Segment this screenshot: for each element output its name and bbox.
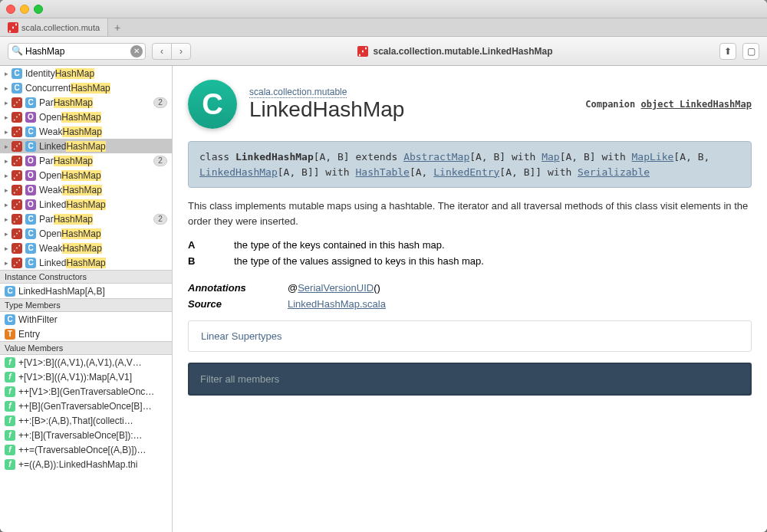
sidebar-item-label: OpenHashMap	[39, 112, 101, 123]
count-badge: 2	[153, 97, 167, 108]
zoom-button[interactable]	[34, 5, 43, 14]
sidebar-item-label: WeakHashMap	[39, 185, 102, 195]
close-button[interactable]	[6, 5, 15, 14]
sidebar-item-label: +[V1>:B]((A,V1)):Map[A,V1]	[18, 372, 132, 383]
sidebar-item[interactable]: ▸⋰CWeakHashMap	[0, 241, 172, 255]
sidebar-item[interactable]: ▸⋰COpenHashMap	[0, 226, 172, 241]
sidebar-item[interactable]: CWithFilter	[0, 312, 172, 327]
reader-button[interactable]: ▢	[742, 43, 759, 60]
scala-icon: ⋰	[12, 156, 22, 166]
sidebar-item[interactable]: ▸⋰CLinkedHashMap	[0, 255, 172, 270]
back-button[interactable]: ‹	[152, 43, 172, 60]
address-bar[interactable]: ⋰ scala.collection.mutable.LinkedHashMap	[197, 46, 713, 57]
o-kind-icon: O	[25, 156, 36, 166]
annotation-link[interactable]: SerialVersionUID	[298, 282, 374, 294]
tab-title: scala.collection.muta	[21, 23, 100, 32]
sidebar-item[interactable]: TEntry	[0, 327, 172, 341]
filter-input[interactable]	[189, 364, 750, 394]
scala-icon: ⋰	[12, 97, 22, 108]
sidebar-item[interactable]: ▸CConcurrentHashMap	[0, 80, 172, 95]
tab-bar: ⋰ scala.collection.muta +	[0, 18, 767, 37]
scala-icon: ⋰	[12, 126, 22, 137]
sidebar-item[interactable]: ▸⋰OOpenHashMap	[0, 168, 172, 182]
tab-current[interactable]: ⋰ scala.collection.muta	[0, 18, 108, 36]
method-icon: f	[5, 415, 15, 426]
source-link[interactable]: LinkedHashMap.scala	[288, 298, 386, 310]
content: C scala.collection.mutable LinkedHashMap…	[173, 66, 767, 532]
method-icon: f	[5, 430, 15, 441]
disclosure-icon[interactable]: ▸	[5, 259, 8, 267]
sidebar-item[interactable]: f++:[B](TraversableOnce[B]):…	[0, 428, 172, 442]
disclosure-icon[interactable]: ▸	[5, 84, 8, 92]
type-params: Athe type of the keys contained in this …	[188, 239, 752, 267]
new-tab-button[interactable]: +	[108, 18, 127, 36]
scala-icon: ⋰	[12, 112, 22, 123]
sidebar-item[interactable]: ▸⋰OLinkedHashMap	[0, 197, 172, 212]
sidebar-item-label: IdentityHashMap	[25, 68, 94, 79]
sidebar-item-label: ParHashMap	[39, 97, 93, 108]
signature: class LinkedHashMap[A, B] extends Abstra…	[188, 141, 752, 188]
companion-link[interactable]: Companion object LinkedHashMap	[585, 99, 752, 110]
titlebar	[0, 0, 767, 18]
linear-supertypes[interactable]: Linear Supertypes	[188, 320, 752, 352]
c-kind-icon: C	[12, 83, 22, 94]
sidebar-item[interactable]: f+[V1>:B]((A,V1)):Map[A,V1]	[0, 369, 172, 384]
sidebar-item[interactable]: f+=((A,B)):LinkedHashMap.thi	[0, 457, 172, 471]
search-input[interactable]	[8, 43, 146, 60]
sidebar-item-label: ++[B](GenTraversableOnce[B]…	[18, 401, 152, 412]
search-icon: 🔍	[12, 45, 23, 56]
sidebar-item-label: WeakHashMap	[39, 126, 102, 137]
forward-button[interactable]: ›	[171, 43, 191, 60]
disclosure-icon[interactable]: ▸	[5, 245, 8, 252]
scala-icon: ⋰	[8, 22, 18, 33]
disclosure-icon[interactable]: ▸	[5, 186, 8, 194]
sidebar-item[interactable]: f++[V1>:B](GenTraversableOnc…	[0, 384, 172, 399]
sidebar-item[interactable]: ▸⋰OWeakHashMap	[0, 182, 172, 197]
disclosure-icon[interactable]: ▸	[5, 157, 8, 165]
sidebar-item-label: ++:[B>:(A,B),That](collecti…	[18, 415, 133, 426]
sidebar-item[interactable]: CLinkedHashMap[A,B]	[0, 284, 172, 298]
sidebar-item[interactable]: f++=(TraversableOnce[(A,B)])…	[0, 442, 172, 457]
share-button[interactable]: ⬆	[719, 43, 736, 60]
disclosure-icon[interactable]: ▸	[5, 99, 8, 107]
disclosure-icon[interactable]: ▸	[5, 215, 8, 223]
sidebar-item[interactable]: ▸⋰CLinkedHashMap	[0, 139, 172, 153]
addr-text: scala.collection.mutable.LinkedHashMap	[373, 46, 552, 57]
sidebar-item[interactable]: ▸⋰OParHashMap2	[0, 153, 172, 168]
sidebar-item[interactable]: ▸⋰CParHashMap2	[0, 95, 172, 110]
disclosure-icon[interactable]: ▸	[5, 70, 8, 77]
description: This class implements mutable maps using…	[188, 199, 752, 228]
page-title: LinkedHashMap	[249, 97, 404, 122]
minimize-button[interactable]	[20, 5, 29, 14]
disclosure-icon[interactable]: ▸	[5, 172, 8, 179]
sidebar-item[interactable]: ▸⋰CParHashMap2	[0, 212, 172, 226]
sidebar-item-label: WithFilter	[18, 314, 58, 325]
sidebar-item[interactable]: f+[V1>:B]((A,V1),(A,V1),(A,V…	[0, 355, 172, 369]
disclosure-icon[interactable]: ▸	[5, 143, 8, 150]
c-kind-icon: C	[25, 228, 36, 239]
disclosure-icon[interactable]: ▸	[5, 201, 8, 209]
sidebar-item-label: OpenHashMap	[39, 228, 101, 239]
sidebar-item-label: ++=(TraversableOnce[(A,B)])…	[18, 445, 146, 455]
sidebar-item-label: +=((A,B)):LinkedHashMap.thi	[18, 459, 137, 470]
disclosure-icon[interactable]: ▸	[5, 230, 8, 238]
c-kind-icon: C	[5, 286, 15, 297]
sidebar-item-label: LinkedHashMap	[39, 258, 106, 268]
scala-icon: ⋰	[12, 228, 22, 239]
disclosure-icon[interactable]: ▸	[5, 128, 8, 136]
breadcrumb[interactable]: scala.collection.mutable	[249, 87, 404, 97]
c-kind-icon: C	[25, 214, 36, 225]
sidebar-item-label: OpenHashMap	[39, 170, 101, 181]
metadata: Annotations@SerialVersionUID() SourceLin…	[188, 282, 752, 310]
disclosure-icon[interactable]: ▸	[5, 113, 8, 121]
sidebar-item[interactable]: ▸⋰CWeakHashMap	[0, 124, 172, 139]
scala-icon: ⋰	[12, 141, 22, 152]
clear-search-button[interactable]: ✕	[130, 45, 143, 57]
sidebar-section-header: Type Members	[0, 298, 172, 312]
sidebar-item[interactable]: f++[B](GenTraversableOnce[B]…	[0, 399, 172, 413]
sidebar-item[interactable]: ▸CIdentityHashMap	[0, 66, 172, 80]
sidebar-item[interactable]: ▸⋰OOpenHashMap	[0, 110, 172, 124]
sidebar-item[interactable]: f++:[B>:(A,B),That](collecti…	[0, 413, 172, 428]
method-icon: f	[5, 372, 15, 383]
sidebar-item-label: LinkedHashMap	[39, 141, 106, 152]
